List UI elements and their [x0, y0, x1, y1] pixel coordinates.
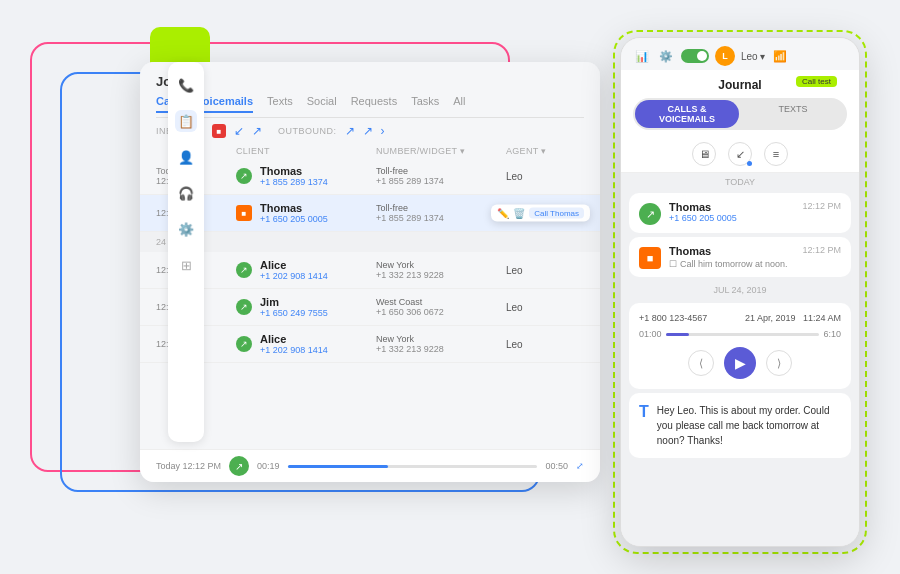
- filter-row: INBOUND: ■ ↙ ↗ OUTBOUND: ↗ ↗ ›: [140, 118, 600, 144]
- col-agent: AGENT ▾: [506, 146, 566, 156]
- outbound-label: OUTBOUND:: [278, 126, 337, 136]
- outbound-arrow: ↗: [345, 124, 355, 138]
- col-client: CLIENT: [236, 146, 376, 156]
- player-bar: Today 12:12 PM ↗ 00:19 00:50 ⤢: [140, 449, 600, 482]
- mobile-text-section: T Hey Leo. This is about my order. Could…: [629, 393, 851, 458]
- audio-progress-bar[interactable]: [666, 333, 820, 336]
- player-expand[interactable]: ⤢: [576, 461, 584, 471]
- mobile-calls: ↗ Thomas +1 650 205 0005 12:12 PM ■ Thom…: [621, 189, 859, 546]
- mobile-call-note: ☐ Call him tomorrow at noon.: [669, 259, 794, 269]
- call-icon-outbound: ↗: [236, 168, 252, 184]
- tab-all[interactable]: All: [453, 95, 465, 113]
- call-test-label: Call test: [796, 76, 837, 87]
- col-number: NUMBER/WIDGET ▾: [376, 146, 506, 156]
- mobile-audio-section: +1 800 123-4567 21 Apr, 2019 11:24 AM 01…: [629, 303, 851, 389]
- play-button[interactable]: ▶: [724, 347, 756, 379]
- filter-active-dot: [747, 161, 752, 166]
- table-row: 12:12 PM ■ Thomas +1 650 205 0005 Toll-f…: [140, 195, 600, 232]
- tab-tasks[interactable]: Tasks: [411, 95, 439, 113]
- mobile-call-item: ■ Thomas ☐ Call him tomorrow at noon. 12…: [629, 237, 851, 277]
- audio-start: 01:00: [639, 329, 662, 339]
- sidebar-icon-grid[interactable]: ⊞: [175, 254, 197, 276]
- tabs-row: Calls & Voicemails Texts Social Requests…: [156, 95, 584, 118]
- call-icon-outbound: ↗: [236, 299, 252, 315]
- mobile-top-icons: 📊 ⚙️ L Leo ▾ 📶: [633, 46, 789, 66]
- mobile-tab-texts[interactable]: TEXTS: [741, 100, 845, 128]
- mobile-date-separator: JUL 24, 2019: [621, 281, 859, 299]
- hover-actions: ✏️ 🗑️ Call Thomas: [491, 205, 590, 222]
- table-row: 12:12 PM ↗ Alice +1 202 908 1414 New Yor…: [140, 326, 600, 363]
- table-row: Today 12:12 PM ↗ Thomas +1 855 289 1374 …: [140, 158, 600, 195]
- sidebar-icon-journal[interactable]: 📋: [175, 110, 197, 132]
- chart-icon: 📊: [633, 47, 651, 65]
- player-icon: ↗: [229, 456, 249, 476]
- mobile-call-time: 12:12 PM: [802, 245, 841, 255]
- date-separator: 24 Jul 2019: [140, 232, 600, 252]
- call-rows: Today 12:12 PM ↗ Thomas +1 855 289 1374 …: [140, 158, 600, 449]
- row-agent: Leo: [506, 302, 566, 313]
- mobile-top-bar: 📊 ⚙️ L Leo ▾ 📶: [621, 38, 859, 70]
- table-row: 12:12 PM ↗ Jim +1 650 249 7555 West Coas…: [140, 289, 600, 326]
- mobile-tab-row: CALLS & VOICEMAILS TEXTS: [633, 98, 847, 130]
- mobile-call-name: Thomas: [669, 201, 794, 213]
- journal-header: Journal Calls & Voicemails Texts Social …: [140, 62, 600, 118]
- audio-controls: ⟨ ▶ ⟩: [639, 347, 841, 379]
- status-toggle[interactable]: [681, 49, 709, 63]
- row-agent: Leo: [506, 171, 566, 182]
- outbound-arrow-3: ›: [381, 124, 385, 138]
- sidebar-icon-contacts[interactable]: 👤: [175, 146, 197, 168]
- mobile-call-name: Thomas: [669, 245, 794, 257]
- player-start: 00:19: [257, 461, 280, 471]
- table-header: CLIENT NUMBER/WIDGET ▾ AGENT ▾: [140, 144, 600, 158]
- call-icon-outbound: ↗: [236, 262, 252, 278]
- audio-header: +1 800 123-4567 21 Apr, 2019 11:24 AM: [639, 313, 841, 323]
- tab-social[interactable]: Social: [307, 95, 337, 113]
- call-icon-missed: ■: [236, 205, 252, 221]
- audio-phone: +1 800 123-4567: [639, 313, 707, 323]
- settings-icon[interactable]: ⚙️: [657, 47, 675, 65]
- user-label: Leo ▾: [741, 51, 765, 62]
- mobile-call-info: Thomas ☐ Call him tomorrow at noon.: [669, 245, 794, 269]
- sidebar: 📞 📋 👤 🎧 ⚙️ ⊞: [168, 62, 204, 442]
- call-label[interactable]: Call Thomas: [529, 208, 584, 219]
- toggle-circle: [697, 51, 707, 61]
- mobile-call-time: 12:12 PM: [802, 201, 841, 211]
- player-time: Today 12:12 PM: [156, 461, 221, 471]
- sidebar-icon-headset[interactable]: 🎧: [175, 182, 197, 204]
- row-agent: Leo: [506, 339, 566, 350]
- audio-end: 6:10: [823, 329, 841, 339]
- mobile-call-item: ↗ Thomas +1 650 205 0005 12:12 PM: [629, 193, 851, 233]
- audio-progress-fill: [666, 333, 689, 336]
- desktop-journal-title: Journal: [156, 74, 584, 89]
- filter-arrow-icon[interactable]: ↙: [728, 142, 752, 166]
- tab-requests[interactable]: Requests: [351, 95, 397, 113]
- delete-action[interactable]: 🗑️: [513, 208, 525, 219]
- inbound-arrow-down: ↙: [234, 124, 244, 138]
- tab-texts[interactable]: Texts: [267, 95, 293, 113]
- mobile-filter-row: 🖥 ↙ ≡: [621, 136, 859, 173]
- mobile-call-icon-missed: ■: [639, 247, 661, 269]
- mobile-call-icon-outbound: ↗: [639, 203, 661, 225]
- mobile-call-info: Thomas +1 650 205 0005: [669, 201, 794, 223]
- sidebar-icon-phone[interactable]: 📞: [175, 74, 197, 96]
- outbound-arrow-2: ↗: [363, 124, 373, 138]
- inbound-badge-red: ■: [212, 124, 226, 138]
- table-row: 12:12 PM ↗ Alice +1 202 908 1414 New Yor…: [140, 252, 600, 289]
- user-avatar: L: [715, 46, 735, 66]
- filter-list-icon[interactable]: ≡: [764, 142, 788, 166]
- desktop-panel: Journal Calls & Voicemails Texts Social …: [140, 62, 600, 482]
- forward-button[interactable]: ⟩: [766, 350, 792, 376]
- row-client: ↗ Thomas +1 855 289 1374: [236, 165, 376, 187]
- mobile-tab-calls[interactable]: CALLS & VOICEMAILS: [635, 100, 739, 128]
- rewind-button[interactable]: ⟨: [688, 350, 714, 376]
- row-agent: Leo: [506, 265, 566, 276]
- row-client: ■ Thomas +1 650 205 0005: [236, 202, 376, 224]
- sidebar-icon-settings[interactable]: ⚙️: [175, 218, 197, 240]
- signal-icon: 📶: [771, 47, 789, 65]
- edit-action[interactable]: ✏️: [497, 208, 509, 219]
- mobile-panel: 📊 ⚙️ L Leo ▾ 📶 Call test Journal CALLS &…: [620, 37, 860, 547]
- today-label: TODAY: [621, 173, 859, 189]
- progress-track[interactable]: [288, 465, 538, 468]
- mobile-call-phone: +1 650 205 0005: [669, 213, 794, 223]
- filter-monitor-icon[interactable]: 🖥: [692, 142, 716, 166]
